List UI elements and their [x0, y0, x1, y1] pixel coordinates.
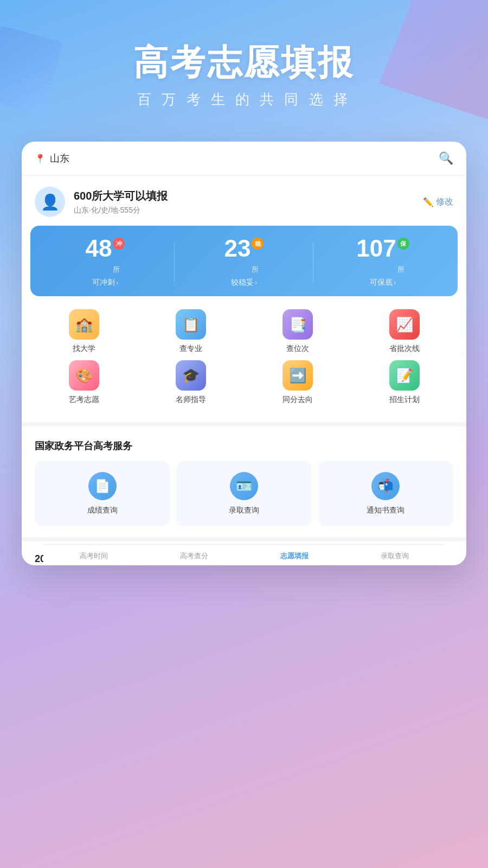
avatar: 👤: [35, 187, 65, 217]
stat-number-row-3: 107 保 所: [313, 237, 452, 275]
menu-grid: 🏫 找大学 📋 查专业 📑 查位次 📈 省批次线 🎨 艺考志愿 🎓: [22, 305, 466, 420]
menu-item-major[interactable]: 📋 查专业: [169, 309, 213, 354]
stat-arrow-3: ›: [394, 279, 396, 286]
menu-item-rank[interactable]: 📑 查位次: [276, 309, 319, 354]
stat-item-stable[interactable]: 23 稳 所 较稳妥 ›: [175, 237, 313, 288]
stat-arrow-1: ›: [116, 279, 118, 286]
tab-gaokao-score[interactable]: 高考查分: [144, 549, 244, 563]
service-grid: 📄 成绩查询 🪪 录取查询 📬 通知书查询: [35, 461, 453, 526]
user-section: 👤 600所大学可以填报 山东·化/史/地·555分 ✏️ 修改: [22, 176, 466, 226]
edit-icon: ✏️: [423, 197, 434, 207]
menu-row-1: 🏫 找大学 📋 查专业 📑 查位次 📈 省批次线: [30, 309, 458, 354]
tab-volunteer[interactable]: 志愿填报: [244, 549, 344, 563]
service-icon-notice: 📬: [371, 472, 400, 500]
stat-number-row-1: 48 冲 所: [36, 237, 175, 275]
stat-number-3: 107: [356, 237, 396, 260]
avatar-icon: 👤: [41, 193, 60, 211]
stat-badge-stable: 稳: [252, 238, 264, 250]
service-label-admission: 录取查询: [229, 506, 259, 515]
tab-label-gaokao-time: 高考时间: [80, 552, 108, 560]
menu-icon-teacher: 🎓: [176, 360, 206, 391]
stat-number-row-2: 23 稳 所: [175, 237, 313, 275]
menu-item-university[interactable]: 🏫 找大学: [62, 309, 106, 354]
location-bar: 📍 山东 🔍: [22, 142, 466, 176]
menu-icon-samedirection: ➡️: [282, 360, 313, 391]
menu-item-samedirection[interactable]: ➡️ 同分去向: [276, 360, 319, 405]
sub-title: 百 万 考 生 的 共 同 选 择: [22, 90, 466, 109]
stat-label-text-2: 较稳妥: [231, 278, 254, 288]
stat-arrow-2: ›: [255, 279, 257, 286]
edit-label: 修改: [436, 196, 453, 208]
edit-button[interactable]: ✏️ 修改: [423, 196, 453, 208]
header: 高考志愿填报 百 万 考 生 的 共 同 选 择: [0, 0, 488, 131]
service-icon-score: 📄: [88, 472, 117, 500]
menu-label-art: 艺考志愿: [69, 395, 99, 405]
location-left: 📍 山东: [35, 152, 69, 165]
menu-item-batch[interactable]: 📈 省批次线: [383, 309, 426, 354]
service-icon-admission: 🪪: [230, 472, 258, 500]
stat-unit-2: 所: [252, 265, 259, 275]
stat-badge-safe: 保: [397, 238, 409, 250]
user-left: 👤 600所大学可以填报 山东·化/史/地·555分: [35, 187, 168, 217]
menu-row-2: 🎨 艺考志愿 🎓 名师指导 ➡️ 同分去向 📝 招生计划: [30, 360, 458, 405]
stat-unit-3: 所: [397, 265, 404, 275]
tab-label-admission-query: 录取查询: [381, 552, 409, 560]
bottom-tabs: 高考时间 高考查分 志愿填报 录取查询: [43, 544, 445, 565]
tab-label-volunteer: 志愿填报: [280, 552, 309, 560]
menu-label-university: 找大学: [73, 344, 95, 354]
menu-label-teacher: 名师指导: [176, 395, 206, 405]
tab-admission-query[interactable]: 录取查询: [344, 549, 445, 563]
main-title: 高考志愿填报: [22, 43, 466, 81]
stat-unit-1: 所: [113, 265, 120, 275]
service-item-score[interactable]: 📄 成绩查询: [35, 461, 170, 526]
service-item-notice[interactable]: 📬 通知书查询: [318, 461, 453, 526]
stat-badge-rush: 冲: [113, 238, 125, 250]
stat-label-3: 可保底 ›: [313, 278, 452, 288]
menu-label-samedirection: 同分去向: [282, 395, 313, 405]
services-title: 国家政务平台高考服务: [35, 439, 453, 452]
menu-label-rank: 查位次: [286, 344, 309, 354]
divider-1: [22, 422, 466, 426]
user-title: 600所大学可以填报: [74, 189, 168, 203]
stat-item-rush[interactable]: 48 冲 所 可冲刺 ›: [36, 237, 175, 288]
menu-icon-batch: 📈: [389, 309, 420, 340]
stats-bar: 48 冲 所 可冲刺 › 23 稳 所 较稳妥 ›: [30, 226, 458, 296]
service-label-score: 成绩查询: [87, 506, 118, 515]
menu-label-plan: 招生计划: [389, 395, 420, 405]
menu-icon-art: 🎨: [69, 360, 99, 391]
menu-icon-major: 📋: [176, 309, 206, 340]
menu-icon-rank: 📑: [282, 309, 313, 340]
service-item-admission[interactable]: 🪪 录取查询: [176, 461, 311, 526]
stat-label-text-1: 可冲刺: [92, 278, 115, 288]
location-text: 山东: [50, 152, 69, 165]
location-icon: 📍: [35, 154, 46, 164]
service-label-notice: 通知书查询: [367, 506, 404, 515]
menu-label-batch: 省批次线: [389, 344, 420, 354]
stat-number-1: 48: [86, 237, 112, 260]
services-section: 国家政务平台高考服务 📄 成绩查询 🪪 录取查询 📬 通知书查询: [22, 429, 466, 535]
stat-label-2: 较稳妥 ›: [175, 278, 313, 288]
stat-label-text-3: 可保底: [370, 278, 393, 288]
menu-item-plan[interactable]: 📝 招生计划: [383, 360, 426, 405]
user-info: 600所大学可以填报 山东·化/史/地·555分: [74, 189, 168, 215]
main-card: 📍 山东 🔍 👤 600所大学可以填报 山东·化/史/地·555分 ✏️ 修改 …: [22, 142, 466, 565]
tab-gaokao-time[interactable]: 高考时间: [43, 549, 144, 563]
user-detail: 山东·化/史/地·555分: [74, 206, 168, 215]
menu-icon-plan: 📝: [389, 360, 420, 391]
menu-icon-university: 🏫: [69, 309, 99, 340]
search-icon[interactable]: 🔍: [439, 151, 453, 165]
divider-2: [22, 537, 466, 541]
tab-label-gaokao-score: 高考查分: [180, 552, 208, 560]
stat-item-safe[interactable]: 107 保 所 可保底 ›: [313, 237, 452, 288]
stat-number-2: 23: [224, 237, 251, 260]
stat-label-1: 可冲刺 ›: [36, 278, 175, 288]
menu-item-teacher[interactable]: 🎓 名师指导: [169, 360, 213, 405]
menu-item-art[interactable]: 🎨 艺考志愿: [62, 360, 106, 405]
menu-label-major: 查专业: [179, 344, 202, 354]
